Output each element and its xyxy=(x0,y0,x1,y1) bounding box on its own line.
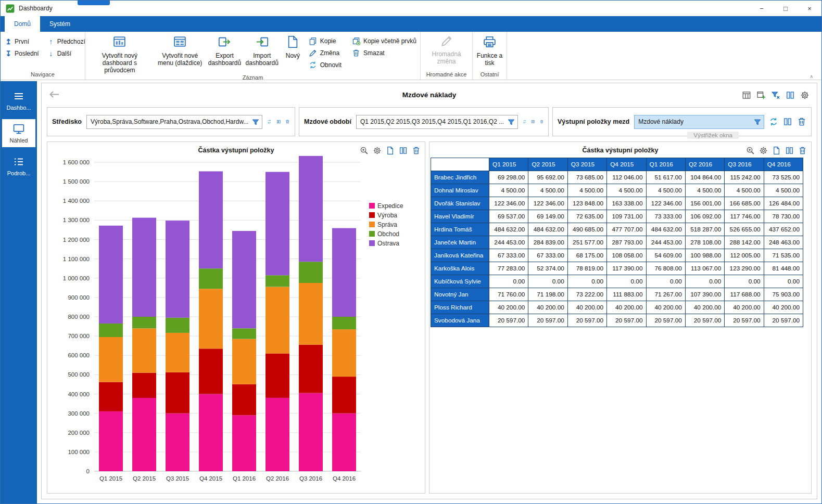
dashboard-grid-icon[interactable] xyxy=(742,91,751,100)
table-cell[interactable]: 4 500.00 xyxy=(567,184,606,197)
table-cell[interactable]: 115 242.00 xyxy=(725,171,764,184)
page-icon[interactable] xyxy=(772,146,781,155)
table-cell[interactable]: 123 848.00 xyxy=(567,197,606,210)
table-row-header[interactable]: Hrdina Tomáš xyxy=(431,223,489,236)
table-cell[interactable]: 123 290.00 xyxy=(725,262,764,275)
table-row-header[interactable]: Kubíčková Sylvie xyxy=(431,275,489,288)
table-cell[interactable]: 73 222.00 xyxy=(567,288,606,301)
table-cell[interactable]: 108 058.00 xyxy=(607,249,646,262)
table-cell[interactable]: 122 346.00 xyxy=(489,197,528,210)
table-column-header[interactable]: Q1 2015 xyxy=(489,158,528,171)
clear-filter-icon[interactable] xyxy=(771,91,780,100)
table-cell[interactable]: 248 463.00 xyxy=(764,236,803,249)
table-cell[interactable]: 78 730.00 xyxy=(764,210,803,223)
vystupni-polozky-combo[interactable]: Mzdové náklady xyxy=(634,115,764,129)
table-cell[interactable]: 20 597.00 xyxy=(646,314,685,327)
table-cell[interactable]: 122 346.00 xyxy=(646,197,685,210)
table-cell[interactable]: 0.00 xyxy=(685,275,724,288)
table-cell[interactable]: 244 453.00 xyxy=(646,236,685,249)
table-cell[interactable]: 73 525.00 xyxy=(764,171,803,184)
table-row-header[interactable]: Janíková Kateřina xyxy=(431,249,489,262)
table-cell[interactable]: 0.00 xyxy=(764,275,803,288)
table-cell[interactable]: 4 500.00 xyxy=(764,184,803,197)
table-cell[interactable]: 69 298.00 xyxy=(489,171,528,184)
zoom-in-icon[interactable] xyxy=(746,146,755,155)
table-cell[interactable]: 77 283.00 xyxy=(489,262,528,275)
copy-with-elements-button[interactable]: Kopie včetně prvků xyxy=(348,35,420,47)
table-row-header[interactable]: Dvořák Stanislav xyxy=(431,197,489,210)
table-cell[interactable]: 54 609.00 xyxy=(646,249,685,262)
stacked-bar-chart-svg[interactable]: 0100 000200 000300 000400 000500 000600 … xyxy=(49,155,422,492)
table-cell[interactable]: 69 149.00 xyxy=(528,210,567,223)
trash-icon[interactable] xyxy=(798,146,807,155)
table-cell[interactable]: 81 448.00 xyxy=(764,262,803,275)
table-cell[interactable]: 20 597.00 xyxy=(764,314,803,327)
table-cell[interactable]: 484 632.00 xyxy=(528,223,567,236)
table-cell[interactable]: 52 374.00 xyxy=(528,262,567,275)
table-column-header[interactable]: Q4 2016 xyxy=(764,158,803,171)
sidebar-item-nahled[interactable]: Náhled xyxy=(2,119,35,147)
table-cell[interactable]: 67 333.00 xyxy=(528,249,567,262)
page-icon[interactable] xyxy=(386,146,395,155)
table-cell[interactable]: 100 988.00 xyxy=(685,249,724,262)
table-cell[interactable]: 526 655.00 xyxy=(725,223,764,236)
table-cell[interactable]: 4 500.00 xyxy=(685,184,724,197)
import-dashboards-button[interactable]: Import dashboardů xyxy=(243,32,281,74)
table-cell[interactable]: 288 142.00 xyxy=(725,236,764,249)
trash-icon[interactable] xyxy=(412,146,421,155)
table-row-header[interactable]: Karkoška Alois xyxy=(431,262,489,275)
refresh-button[interactable]: Obnovit xyxy=(305,59,348,71)
table-cell[interactable]: 163 338.00 xyxy=(607,197,646,210)
table-cell[interactable]: 78 819.00 xyxy=(567,262,606,275)
next-button[interactable]: ↓ Další xyxy=(43,47,90,59)
table-row-header[interactable]: Brabec Jindřich xyxy=(431,171,489,184)
table-cell[interactable]: 40 200.00 xyxy=(646,301,685,314)
zoom-in-icon[interactable] xyxy=(360,146,369,155)
table-column-header[interactable]: Q3 2016 xyxy=(725,158,764,171)
table-cell[interactable]: 69 537.00 xyxy=(489,210,528,223)
tab-system[interactable]: Systém xyxy=(40,16,80,32)
table-cell[interactable]: 40 200.00 xyxy=(528,301,567,314)
table-cell[interactable]: 113 067.00 xyxy=(685,262,724,275)
mzdove-obdobi-combo[interactable]: Q1 2015,Q2 2015,Q3 2015,Q4 2015,Q1 2016,… xyxy=(356,115,518,129)
table-cell[interactable]: 73 685.00 xyxy=(567,171,606,184)
table-row-header[interactable]: Novotný Jan xyxy=(431,288,489,301)
last-button[interactable]: ↧ Poslední xyxy=(1,47,43,59)
table-cell[interactable]: 20 597.00 xyxy=(725,314,764,327)
trash-icon[interactable] xyxy=(540,117,543,126)
table-row-header[interactable]: Janeček Martin xyxy=(431,236,489,249)
table-column-header[interactable]: Q3 2015 xyxy=(567,158,606,171)
create-dashboard-wizard-button[interactable]: Vytvořit nový dashboard s průvodcem xyxy=(85,32,154,74)
table-cell[interactable]: 117 746.00 xyxy=(725,210,764,223)
table-cell[interactable]: 284 839.00 xyxy=(528,236,567,249)
table-cell[interactable]: 104 864.00 xyxy=(685,171,724,184)
columns-icon[interactable] xyxy=(399,146,408,155)
delete-button[interactable]: Smazat xyxy=(348,47,420,59)
table-cell[interactable]: 0.00 xyxy=(607,275,646,288)
table-cell[interactable]: 4 500.00 xyxy=(646,184,685,197)
table-cell[interactable]: 75 903.00 xyxy=(764,288,803,301)
table-cell[interactable]: 278 108.00 xyxy=(685,236,724,249)
table-cell[interactable]: 67 333.00 xyxy=(489,249,528,262)
table-cell[interactable]: 73 333.00 xyxy=(646,210,685,223)
columns-icon[interactable] xyxy=(531,117,535,126)
table-cell[interactable]: 4 500.00 xyxy=(607,184,646,197)
table-cell[interactable]: 0.00 xyxy=(567,275,606,288)
bulk-change-button[interactable]: Hromadná změna xyxy=(421,32,472,71)
add-element-icon[interactable] xyxy=(756,91,766,100)
table-cell[interactable]: 40 200.00 xyxy=(489,301,528,314)
table-cell[interactable]: 95 692.00 xyxy=(528,171,567,184)
table-cell[interactable]: 71 535.00 xyxy=(764,249,803,262)
new-button[interactable]: Nový xyxy=(281,32,305,74)
minimize-button[interactable]: − xyxy=(750,1,774,16)
refresh-icon[interactable] xyxy=(267,117,272,126)
table-cell[interactable]: 244 453.00 xyxy=(489,236,528,249)
table-cell[interactable]: 72 635.00 xyxy=(567,210,606,223)
table-cell[interactable]: 40 200.00 xyxy=(725,301,764,314)
table-cell[interactable]: 0.00 xyxy=(489,275,528,288)
table-cell[interactable]: 156 001.00 xyxy=(685,197,724,210)
table-cell[interactable]: 477 707.00 xyxy=(607,223,646,236)
filter-funnel-icon[interactable] xyxy=(753,118,762,126)
table-cell[interactable]: 112 046.00 xyxy=(607,171,646,184)
table-cell[interactable]: 40 200.00 xyxy=(685,301,724,314)
